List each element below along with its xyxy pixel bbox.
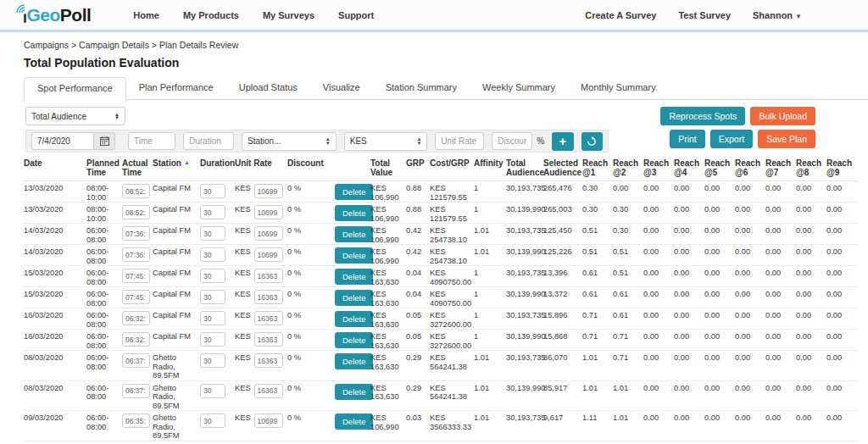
spot-filter-bar: Station... ▲▼ KES ▲▼ % + xyxy=(25,130,609,153)
row-duration-input[interactable] xyxy=(200,290,225,304)
row-duration-input[interactable] xyxy=(200,205,225,219)
actual-time-input[interactable] xyxy=(122,269,150,283)
cell-reach-3: 0.00 xyxy=(643,308,674,330)
create-a-survey-link[interactable]: Create A Survey xyxy=(585,10,656,20)
actual-time-cell xyxy=(122,351,153,381)
col-selected-audience: Selected Audience xyxy=(543,156,582,181)
row-unit-rate-input[interactable] xyxy=(254,247,283,262)
delete-button[interactable]: Delete xyxy=(335,247,373,264)
add-spot-button[interactable]: + xyxy=(552,132,573,151)
calendar-button[interactable] xyxy=(94,132,115,150)
row-unit-rate-input[interactable] xyxy=(254,413,283,428)
row-unit-rate-input[interactable] xyxy=(254,311,283,325)
cell-cost-grp: KES254738.10 xyxy=(430,245,474,266)
actual-time-input[interactable] xyxy=(122,184,150,198)
refresh-icon xyxy=(587,136,597,147)
audience-select[interactable]: Total Audience ▲▼ xyxy=(25,107,125,125)
col-station[interactable]: Station▲ xyxy=(153,156,200,181)
duration-input[interactable] xyxy=(183,132,234,150)
geopoll-logo[interactable]: GeoPoll xyxy=(19,7,91,24)
delete-button[interactable]: Delete xyxy=(335,332,373,348)
refresh-button[interactable] xyxy=(581,132,603,151)
print-button[interactable]: Print xyxy=(670,130,705,148)
tab-spot-performance[interactable]: Spot Performance xyxy=(24,77,126,100)
row-unit-rate-input[interactable] xyxy=(254,205,283,219)
tab-plan-performance[interactable]: Plan Performance xyxy=(126,77,226,99)
delete-button[interactable]: Delete xyxy=(335,290,373,306)
cell-reach-4: 0.00 xyxy=(674,380,704,411)
tab-visualize[interactable]: Visualize xyxy=(310,77,373,99)
export-button[interactable]: Export xyxy=(710,130,753,148)
bulk-upload-button[interactable]: Bulk Upload xyxy=(750,107,815,125)
nav-item-support[interactable]: Support xyxy=(338,10,374,20)
cell-reach-6: 0.00 xyxy=(735,224,765,245)
row-duration-input[interactable] xyxy=(200,332,225,347)
unit-rate-cell: KES xyxy=(235,380,287,411)
delete-button[interactable]: Delete xyxy=(335,384,373,400)
discount-input[interactable] xyxy=(492,132,532,150)
actual-time-input[interactable] xyxy=(122,247,150,262)
cell-reach-5: 0.00 xyxy=(704,203,735,224)
actual-time-input[interactable] xyxy=(122,290,150,304)
breadcrumb[interactable]: Campaigns > Campaign Details > Plan Deta… xyxy=(24,40,868,50)
tab-upload-status[interactable]: Upload Status xyxy=(226,77,310,99)
row-unit-rate-input[interactable] xyxy=(254,353,283,368)
row-duration-input[interactable] xyxy=(200,247,225,262)
row-duration-input[interactable] xyxy=(200,184,225,198)
delete-button[interactable]: Delete xyxy=(335,205,373,221)
row-unit-rate-input[interactable] xyxy=(254,384,283,398)
cell-affinity: 1 xyxy=(474,181,506,203)
row-duration-input[interactable] xyxy=(200,311,225,325)
cell-station: Capital FM xyxy=(153,287,200,308)
actual-time-input[interactable] xyxy=(122,205,150,219)
cell-total-value: KES106,990 xyxy=(370,411,406,441)
delete-button[interactable]: Delete xyxy=(335,353,373,369)
row-duration-input[interactable] xyxy=(200,384,225,398)
actual-time-input[interactable] xyxy=(122,384,150,398)
cell-reach-2: 0.30 xyxy=(613,224,643,245)
save-plan-button[interactable]: Save Plan xyxy=(758,130,815,148)
delete-button[interactable]: Delete xyxy=(335,311,373,327)
select-arrows-icon: ▲▼ xyxy=(114,113,120,120)
cell-planned-time: 06:00-08:00 xyxy=(86,351,122,381)
cell-selected-audience: 125,450 xyxy=(543,224,582,245)
nav-item-home[interactable]: Home xyxy=(133,10,159,20)
row-unit-rate-input[interactable] xyxy=(254,184,283,198)
date-input[interactable] xyxy=(31,132,94,150)
row-unit-rate-input[interactable] xyxy=(254,332,283,347)
nav-item-my-surveys[interactable]: My Surveys xyxy=(263,10,314,20)
actual-time-input[interactable] xyxy=(122,413,150,428)
delete-button[interactable]: Delete xyxy=(335,184,373,200)
time-input[interactable] xyxy=(128,132,175,150)
cell-date: 14/03/2020 xyxy=(24,224,86,245)
user-menu[interactable]: Shannon▼ xyxy=(753,10,802,20)
delete-button[interactable]: Delete xyxy=(335,226,373,242)
actual-time-input[interactable] xyxy=(122,311,150,325)
tab-monthly-summary[interactable]: Monthly Summary xyxy=(568,77,669,99)
unit-rate-cell: KES xyxy=(235,224,287,245)
reprocess-spots-button[interactable]: Reprocess Spots xyxy=(660,107,745,125)
row-duration-input[interactable] xyxy=(200,413,225,428)
cell-reach-8: 0.00 xyxy=(796,330,826,351)
tab-weekly-summary[interactable]: Weekly Summary xyxy=(470,77,568,99)
station-select[interactable]: Station... ▲▼ xyxy=(242,132,337,151)
row-unit-rate-input[interactable] xyxy=(254,269,283,283)
row-unit-rate-input[interactable] xyxy=(254,290,283,304)
cell-total-audience: 30,139,990 xyxy=(506,380,543,411)
tab-station-summary[interactable]: Station Summary xyxy=(373,77,470,99)
delete-button[interactable]: Delete xyxy=(335,413,373,430)
unit-rate-input[interactable] xyxy=(435,132,484,150)
delete-button[interactable]: Delete xyxy=(335,269,373,285)
nav-item-my-products[interactable]: My Products xyxy=(183,10,239,20)
currency-select[interactable]: KES ▲▼ xyxy=(344,132,428,151)
row-duration-input[interactable] xyxy=(200,226,225,241)
row-unit-rate-input[interactable] xyxy=(254,226,283,241)
actual-time-input[interactable] xyxy=(122,353,150,368)
cell-reach-6: 0.00 xyxy=(735,330,765,351)
cell-grp: 0.05 xyxy=(406,308,430,330)
actual-time-input[interactable] xyxy=(122,226,150,241)
test-survey-link[interactable]: Test Survey xyxy=(678,10,731,20)
actual-time-input[interactable] xyxy=(122,332,150,347)
row-duration-input[interactable] xyxy=(200,269,225,283)
row-duration-input[interactable] xyxy=(200,353,225,368)
